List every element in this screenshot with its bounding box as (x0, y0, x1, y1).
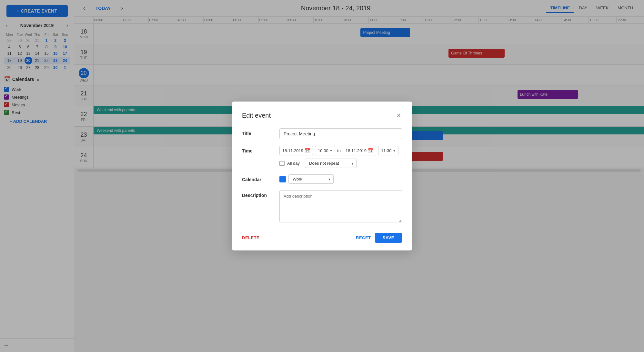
start-date-text: 18.11.2019 (282, 148, 303, 153)
modal-close-button[interactable]: × (396, 111, 402, 121)
allday-row: All day Does not repeat Every day Every … (279, 159, 402, 168)
calendar-dropdown-wrapper: Work Meetings Movies Rest (288, 174, 334, 184)
footer-right: RECET SAVE (356, 233, 402, 243)
calendar-icon-start: 📅 (305, 148, 310, 153)
description-textarea[interactable] (279, 190, 402, 222)
repeat-select[interactable]: Does not repeat Every day Every week Eve… (305, 159, 357, 168)
modal-overlay: Edit event × Title Time 18.11.2019 📅 (0, 0, 644, 352)
save-button[interactable]: SAVE (375, 233, 402, 243)
calendar-color-dot (279, 176, 286, 182)
calendar-label: Calendar (242, 174, 274, 182)
repeat-select-wrapper: Does not repeat Every day Every week Eve… (305, 159, 357, 168)
calendar-row: Calendar Work Meetings Movies Rest (242, 174, 402, 184)
end-time-select[interactable]: 11:30 12:00 (378, 146, 398, 155)
title-row: Title (242, 128, 402, 139)
reset-button[interactable]: RECET (356, 233, 371, 243)
to-label: to (337, 148, 341, 153)
end-date-display: 18.11.2019 📅 (343, 146, 376, 155)
start-time-select[interactable]: 10:00 10:30 11:00 (315, 146, 335, 155)
title-label: Title (242, 128, 274, 136)
time-inputs-row: 18.11.2019 📅 10:00 10:30 11:00 to 18.11.… (279, 146, 402, 155)
modal-footer: DELETE RECET SAVE (242, 233, 402, 243)
description-label: Description (242, 190, 274, 198)
start-date-display: 18.11.2019 📅 (279, 146, 313, 155)
start-time-wrapper: 10:00 10:30 11:00 (315, 146, 335, 155)
end-date-text: 18.11.2019 (346, 148, 367, 153)
description-row: Description (242, 190, 402, 224)
time-control: 18.11.2019 📅 10:00 10:30 11:00 to 18.11.… (279, 146, 402, 168)
title-control (279, 128, 402, 139)
allday-checkbox[interactable] (279, 161, 285, 166)
calendar-dropdown[interactable]: Work Meetings Movies Rest (288, 174, 334, 184)
title-input[interactable] (279, 128, 402, 139)
calendar-select-row: Work Meetings Movies Rest (279, 174, 402, 184)
time-label: Time (242, 146, 274, 153)
time-row: Time 18.11.2019 📅 10:00 10:30 11:00 t (242, 146, 402, 168)
edit-event-modal: Edit event × Title Time 18.11.2019 📅 (232, 102, 412, 250)
calendar-control: Work Meetings Movies Rest (279, 174, 402, 184)
modal-header: Edit event × (242, 111, 402, 121)
end-time-wrapper: 11:30 12:00 (378, 146, 398, 155)
calendar-icon-end: 📅 (368, 148, 373, 153)
allday-label: All day (287, 161, 300, 166)
delete-button[interactable]: DELETE (242, 235, 259, 240)
modal-title: Edit event (242, 112, 271, 119)
description-control (279, 190, 402, 224)
